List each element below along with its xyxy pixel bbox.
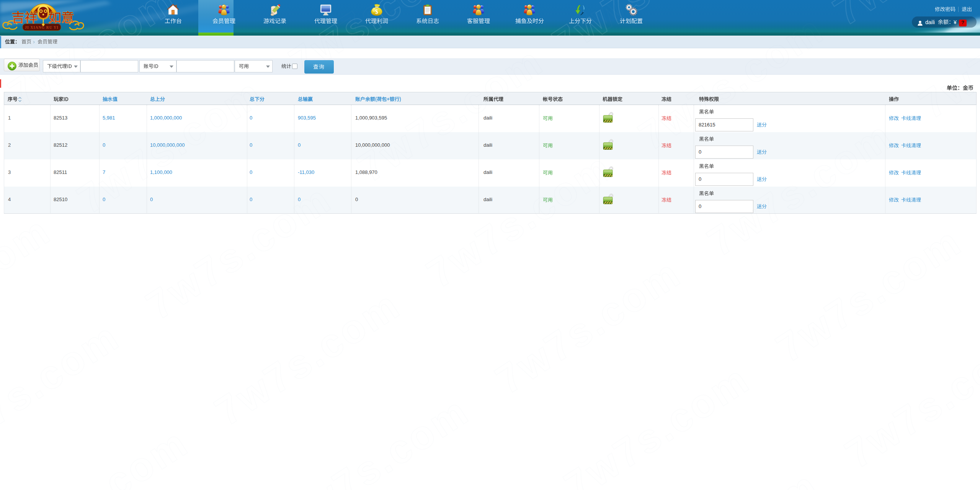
svg-text:JI XIANG RU YI: JI XIANG RU YI xyxy=(25,26,59,29)
